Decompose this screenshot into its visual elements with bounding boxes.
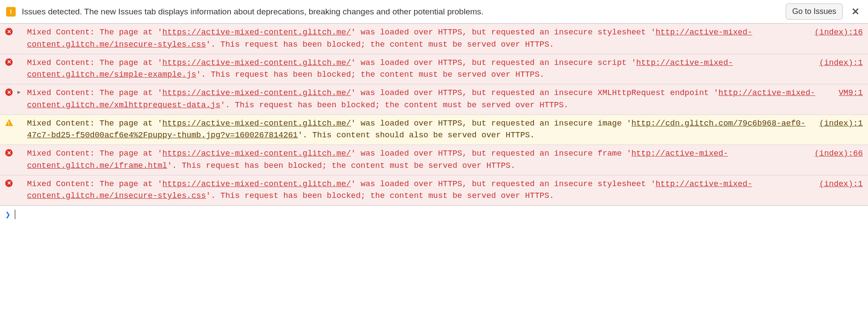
issues-bar-text: Issues detected. The new Issues tab disp…	[22, 7, 780, 17]
log-text-mid: ' was loaded over HTTPS, but requested a…	[351, 58, 636, 68]
error-icon: ✕	[5, 57, 14, 66]
text-cursor	[15, 210, 15, 219]
log-message: Mixed Content: The page at 'https://acti…	[27, 57, 807, 82]
log-message: Mixed Content: The page at 'https://acti…	[27, 178, 807, 203]
log-text-mid: ' was loaded over HTTPS, but requested a…	[351, 119, 632, 128]
source-link[interactable]: (index):1	[811, 118, 863, 130]
page-url-link[interactable]: https://active-mixed-content.glitch.me/	[162, 58, 351, 68]
error-icon: ✕	[5, 87, 14, 96]
error-icon: ✕	[5, 27, 14, 35]
expand-toggle-icon	[17, 148, 24, 149]
log-text-prefix: Mixed Content: The page at '	[27, 119, 162, 128]
issues-badge-icon: !	[6, 7, 16, 17]
warning-icon	[5, 118, 14, 126]
log-text-suffix: '. This request has been blocked; the co…	[206, 40, 554, 49]
page-url-link[interactable]: https://active-mixed-content.glitch.me/	[162, 149, 351, 158]
console-log-row[interactable]: ✕Mixed Content: The page at 'https://act…	[0, 54, 868, 85]
error-icon: ✕	[5, 148, 14, 156]
source-link[interactable]: (index):1	[811, 178, 863, 191]
close-issues-bar-icon[interactable]: ✕	[849, 6, 862, 17]
log-text-prefix: Mixed Content: The page at '	[27, 88, 162, 98]
log-message: Mixed Content: The page at 'https://acti…	[27, 87, 826, 112]
expand-toggle-icon[interactable]: ▶	[17, 87, 24, 96]
source-link[interactable]: VM9:1	[830, 87, 863, 99]
log-text-prefix: Mixed Content: The page at '	[27, 149, 162, 158]
log-message: Mixed Content: The page at 'https://acti…	[27, 148, 802, 172]
log-message: Mixed Content: The page at 'https://acti…	[27, 118, 807, 142]
console-log-row[interactable]: Mixed Content: The page at 'https://acti…	[0, 115, 868, 145]
log-text-suffix: '. This request has been blocked; the co…	[196, 70, 544, 79]
log-text-mid: ' was loaded over HTTPS, but requested a…	[351, 88, 719, 98]
page-url-link[interactable]: https://active-mixed-content.glitch.me/	[162, 119, 351, 128]
source-link[interactable]: (index):66	[806, 148, 863, 160]
console-log-row[interactable]: ✕Mixed Content: The page at 'https://act…	[0, 145, 868, 175]
log-text-mid: ' was loaded over HTTPS, but requested a…	[351, 180, 655, 189]
expand-toggle-icon	[17, 178, 24, 180]
log-text-suffix: '. This content should also be served ov…	[298, 131, 535, 140]
log-text-suffix: '. This request has been blocked; the co…	[206, 191, 554, 201]
console-log-row[interactable]: ✕Mixed Content: The page at 'https://act…	[0, 175, 868, 206]
log-text-prefix: Mixed Content: The page at '	[27, 28, 162, 37]
error-icon: ✕	[5, 178, 14, 187]
expand-toggle-icon	[17, 57, 24, 58]
log-text-mid: ' was loaded over HTTPS, but requested a…	[351, 149, 632, 158]
page-url-link[interactable]: https://active-mixed-content.glitch.me/	[162, 88, 351, 98]
log-text-suffix: '. This request has been blocked; the co…	[167, 161, 515, 170]
source-link[interactable]: (index):1	[811, 57, 863, 69]
log-text-prefix: Mixed Content: The page at '	[27, 58, 162, 68]
page-url-link[interactable]: https://active-mixed-content.glitch.me/	[162, 28, 351, 37]
log-text-mid: ' was loaded over HTTPS, but requested a…	[351, 28, 655, 37]
source-link[interactable]: (index):16	[806, 27, 863, 39]
prompt-caret-icon: ❯	[5, 209, 10, 220]
console-prompt-row[interactable]: ❯	[0, 206, 868, 223]
console-log-row[interactable]: ✕▶Mixed Content: The page at 'https://ac…	[0, 84, 868, 115]
issues-info-bar: ! Issues detected. The new Issues tab di…	[0, 0, 868, 24]
expand-toggle-icon	[17, 118, 24, 119]
log-message: Mixed Content: The page at 'https://acti…	[27, 27, 802, 51]
log-text-prefix: Mixed Content: The page at '	[27, 180, 162, 189]
console-input[interactable]	[20, 210, 863, 219]
page-url-link[interactable]: https://active-mixed-content.glitch.me/	[162, 180, 351, 189]
console-log-row[interactable]: ✕Mixed Content: The page at 'https://act…	[0, 24, 868, 54]
console-log-list: ✕Mixed Content: The page at 'https://act…	[0, 24, 868, 206]
expand-toggle-icon	[17, 27, 24, 28]
go-to-issues-button[interactable]: Go to Issues	[786, 3, 843, 20]
log-text-suffix: '. This request has been blocked; the co…	[220, 101, 568, 110]
